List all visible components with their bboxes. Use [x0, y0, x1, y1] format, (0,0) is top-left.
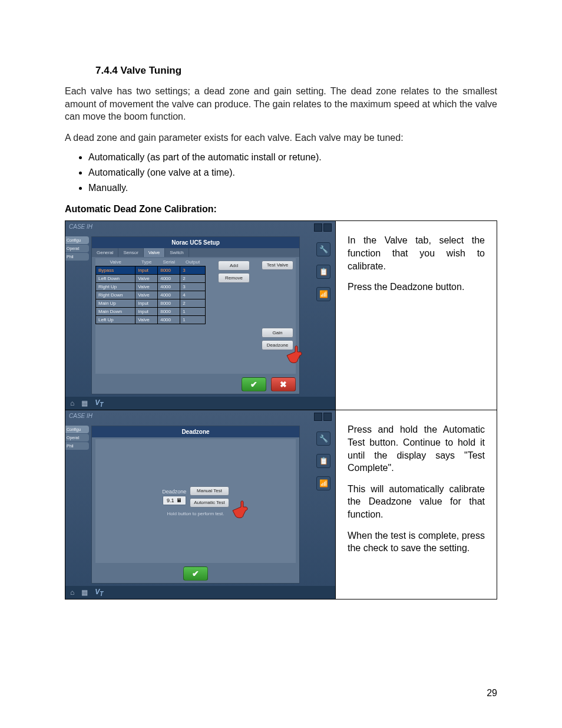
ok-button[interactable]: ✔ — [183, 566, 208, 581]
vt-label: VT — [95, 588, 103, 597]
notes-icon[interactable]: 📋 — [316, 265, 330, 279]
deadzone-value[interactable]: 9.1 🖩 — [163, 496, 186, 505]
grid-icon[interactable]: ▦ — [81, 588, 88, 597]
instruction-text: In the Valve tab, select the function th… — [348, 234, 485, 272]
brand-label: CASE IH — [69, 413, 92, 419]
vt-label: VT — [95, 398, 103, 408]
sidebar-item[interactable]: Operat — [65, 245, 89, 252]
valve-table[interactable]: Valve Type Serial Output BypassInput8000… — [95, 258, 206, 324]
instruction-text: This will automatically calibrate the De… — [348, 483, 485, 521]
table-row[interactable]: Right DownValve40004 — [96, 291, 206, 299]
calculator-icon: 🖩 — [177, 498, 182, 503]
gain-button[interactable]: Gain — [262, 328, 293, 338]
window-controls — [314, 223, 332, 232]
list-item: Automatically (one valve at a time). — [88, 167, 497, 178]
sidebar-item[interactable]: Configu — [65, 236, 89, 244]
table-row[interactable]: Main DownInput80001 — [96, 308, 206, 316]
home-icon[interactable]: ⌂ — [70, 399, 74, 407]
bullet-list: Automatically (as part of the automatic … — [88, 152, 497, 193]
signal-icon[interactable]: 📶 — [316, 476, 330, 490]
instruction-text: Press and hold the Automatic Test button… — [348, 423, 485, 474]
signal-icon[interactable]: 📶 — [316, 287, 330, 301]
hold-hint-text: Hold button to perform test. — [167, 511, 224, 516]
body-paragraph: Each valve has two settings; a dead zone… — [65, 85, 497, 123]
test-valve-button[interactable]: Test Valve — [262, 261, 293, 270]
tab-valve[interactable]: Valve — [144, 248, 165, 257]
body-paragraph: A dead zone and gain parameter exists fo… — [65, 131, 497, 144]
tab-sensor[interactable]: Sensor — [118, 248, 143, 257]
deadzone-label: Deadzone — [162, 489, 186, 495]
wrench-icon[interactable]: 🔧 — [316, 242, 330, 256]
instruction-text: When the test is complete, press the che… — [348, 529, 485, 555]
screenshot-deadzone: CASE IH Configu Operat Phil 🔧 📋 📶 23:18 … — [65, 410, 335, 599]
dialog-title: Deadzone — [92, 426, 299, 437]
steps-table: CASE IH Configu Operat Phil 🔧 📋 📶 22:46 … — [65, 220, 497, 599]
sidebar-item[interactable]: Phil — [65, 442, 89, 450]
tab-switch[interactable]: Switch — [165, 248, 189, 257]
sidebar-item[interactable]: Configu — [65, 426, 89, 433]
add-button[interactable]: Add — [218, 261, 250, 271]
list-item: Manually. — [88, 183, 497, 193]
home-icon[interactable]: ⌂ — [70, 588, 74, 597]
grid-icon[interactable]: ▦ — [81, 399, 88, 407]
ok-button[interactable]: ✔ — [242, 377, 266, 391]
deadzone-button[interactable]: Deadzone — [262, 340, 293, 350]
notes-icon[interactable]: 📋 — [316, 454, 330, 468]
table-row[interactable]: BypassInput80003 — [96, 266, 206, 275]
table-row[interactable]: Main UpInput80002 — [96, 299, 206, 308]
sidebar-item[interactable]: Operat — [65, 434, 89, 442]
table-row[interactable]: Left DownValve40002 — [96, 275, 206, 283]
wrench-icon[interactable]: 🔧 — [316, 431, 330, 446]
window-controls — [314, 413, 332, 421]
section-heading: 7.4.4 Valve Tuning — [95, 65, 497, 77]
table-row[interactable]: Right UpValve40003 — [96, 283, 206, 291]
tab-general[interactable]: General — [92, 248, 118, 257]
cancel-button[interactable]: ✖ — [271, 377, 296, 391]
brand-label: CASE IH — [69, 223, 92, 230]
list-item: Automatically (as part of the automatic … — [88, 152, 497, 163]
dialog-title: Norac UC5 Setup — [92, 237, 299, 248]
sub-heading: Automatic Dead Zone Calibration: — [65, 204, 497, 215]
sidebar-item[interactable]: Phil — [65, 253, 89, 261]
screenshot-valve-tab: CASE IH Configu Operat Phil 🔧 📋 📶 22:46 … — [65, 221, 335, 410]
page-number: 29 — [487, 688, 497, 699]
automatic-test-button[interactable]: Automatic Test — [190, 498, 229, 508]
remove-button[interactable]: Remove — [218, 273, 250, 283]
instruction-text: Press the Deadzone button. — [348, 281, 485, 294]
manual-test-button[interactable]: Manual Test — [190, 486, 229, 496]
table-row[interactable]: Left UpValve40001 — [96, 316, 206, 324]
